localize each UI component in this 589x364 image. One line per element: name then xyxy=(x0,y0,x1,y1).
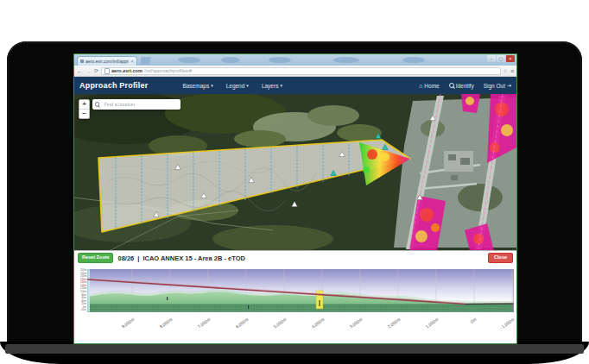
close-panel-button[interactable]: Close xyxy=(488,253,513,263)
y-tick-label: -20m xyxy=(80,310,86,311)
y-tick-label: 60m xyxy=(80,298,86,299)
bookmark-icon[interactable]: ☆ xyxy=(504,68,508,73)
theme-decoration xyxy=(402,57,425,63)
url-path: /intl/approachprofiles/# xyxy=(144,68,192,73)
x-axis-labels: 9,000m 8,000m 7,000m 6,000m 5,000m 4,000… xyxy=(87,313,514,339)
profile-title: 08/26 | ICAO ANNEX 15 - Area 2B - eTOD xyxy=(117,254,244,262)
nav-identify-label: Identify xyxy=(456,83,474,89)
chevron-down-icon: ▾ xyxy=(280,83,282,88)
map-canvas[interactable]: + − xyxy=(74,94,516,250)
x-tick-label: 7,000m xyxy=(187,317,212,336)
x-tick-label: 8,000m xyxy=(149,317,174,336)
title-separator: | xyxy=(137,254,139,262)
reload-icon[interactable]: ⟳ xyxy=(94,68,98,73)
y-tick-label: 240m xyxy=(80,270,86,272)
x-tick-label: 2,000m xyxy=(377,317,402,336)
x-tick-label: 3,000m xyxy=(339,317,364,336)
reset-zoom-button[interactable]: Reset Zoom xyxy=(78,253,113,263)
laptop-hinge xyxy=(5,344,584,354)
menu-basemaps[interactable]: Basemaps ▾ xyxy=(182,83,212,89)
menu-label: Basemaps xyxy=(182,83,209,89)
sign-out-icon: ⇥ xyxy=(507,83,511,88)
nav-signout-label: Sign Out xyxy=(484,83,505,89)
satellite-basemap xyxy=(74,94,516,250)
menu-layers[interactable]: Layers ▾ xyxy=(262,83,282,89)
minimize-button[interactable]: – xyxy=(487,55,496,62)
location-search[interactable] xyxy=(92,99,180,110)
menu-label: Legend xyxy=(226,83,245,89)
x-tick-label: -1,000m xyxy=(491,317,516,336)
back-icon[interactable]: ← xyxy=(77,68,83,74)
new-tab-button[interactable] xyxy=(140,57,151,65)
page: aero.esri.com/intl/appro... × – ▢ × ← → … xyxy=(0,0,589,364)
map-zoom-control: + − xyxy=(79,99,90,119)
window-controls: – ▢ × xyxy=(487,55,515,62)
y-tick-label: 200m xyxy=(80,276,86,278)
x-tick-label: 1,000m xyxy=(415,317,440,336)
zoom-out-button[interactable]: − xyxy=(79,109,89,118)
obstacle-tick xyxy=(248,305,249,309)
browser-toolbar: ← → ⟳ aero.esri.com /intl/approachprofil… xyxy=(74,66,516,77)
url-domain: aero.esri.com xyxy=(111,68,142,73)
terrain-base-band xyxy=(87,304,514,312)
x-tick-label: 4,000m xyxy=(301,317,326,336)
surface-label: ICAO ANNEX 15 - Area 2B - eTOD xyxy=(142,254,245,262)
y-axis-labels: 240m 220m 200m 180m 160m 140m 120m 100m … xyxy=(74,269,86,312)
chevron-down-icon: ▾ xyxy=(246,83,249,88)
search-input[interactable] xyxy=(102,101,178,108)
browser-tab-bar: aero.esri.com/intl/appro... × – ▢ × xyxy=(74,54,516,66)
identify-icon xyxy=(449,83,454,88)
x-tick-label: 9,000m xyxy=(111,317,136,336)
tab-title: aero.esri.com/intl/appro... xyxy=(86,59,129,64)
favicon xyxy=(80,60,84,63)
runway-line xyxy=(465,304,514,304)
home-icon: ⌂ xyxy=(419,83,422,89)
page-icon xyxy=(104,68,110,74)
zoom-in-button[interactable]: + xyxy=(79,100,89,109)
profile-plot-area[interactable] xyxy=(87,269,514,312)
y-tick-label: 160m xyxy=(80,282,86,284)
close-window-button[interactable]: × xyxy=(506,55,515,62)
nav-sign-out[interactable]: Sign Out ⇥ xyxy=(484,83,511,89)
forward-icon[interactable]: → xyxy=(86,68,92,74)
search-icon xyxy=(95,102,99,107)
nav-home-label: Home xyxy=(424,83,439,89)
threshold-strip xyxy=(87,269,90,312)
browser-tab[interactable]: aero.esri.com/intl/appro... × xyxy=(77,56,137,66)
obstacle-tick xyxy=(167,297,168,300)
app-navbar: Approach Profiler Basemaps ▾ Legend ▾ La… xyxy=(74,77,516,94)
x-tick-label: 6,000m xyxy=(225,317,250,336)
nav-home[interactable]: ⌂ Home xyxy=(419,83,440,89)
x-tick-label: 0m xyxy=(453,317,478,336)
y-tick-label: 120m xyxy=(80,288,86,290)
profile-chart[interactable]: 240m 220m 200m 180m 160m 140m 120m 100m … xyxy=(74,265,516,343)
nav-identify[interactable]: Identify xyxy=(449,83,474,89)
theme-decoration xyxy=(221,57,240,63)
theme-decoration xyxy=(178,57,200,63)
browser-menu-icon[interactable]: ≡ xyxy=(510,68,514,74)
menu-label: Layers xyxy=(262,83,279,89)
nav-right-links: ⌂ Home Identify Sign Out ⇥ xyxy=(419,83,511,89)
theme-decoration xyxy=(333,57,359,63)
tab-close-icon[interactable]: × xyxy=(130,59,134,64)
browser-window: aero.esri.com/intl/appro... × – ▢ × ← → … xyxy=(73,53,517,344)
profile-panel-header: Reset Zoom 08/26 | ICAO ANNEX 15 - Area … xyxy=(74,250,516,265)
theme-decoration xyxy=(269,57,291,63)
runway-designator: 08/26 xyxy=(117,254,134,262)
menu-legend[interactable]: Legend ▾ xyxy=(226,83,249,89)
chevron-down-icon: ▾ xyxy=(211,83,213,88)
address-bar[interactable]: aero.esri.com /intl/approachprofiles/# xyxy=(101,67,500,75)
app-title: Approach Profiler xyxy=(79,81,148,90)
y-tick-label: 100m xyxy=(80,292,86,293)
y-tick-label: 80m xyxy=(80,294,86,296)
y-tick-label: 20m xyxy=(80,304,86,305)
x-tick-label: 5,000m xyxy=(263,317,288,336)
maximize-button[interactable]: ▢ xyxy=(497,55,505,62)
nav-menus: Basemaps ▾ Legend ▾ Layers ▾ xyxy=(182,83,282,89)
